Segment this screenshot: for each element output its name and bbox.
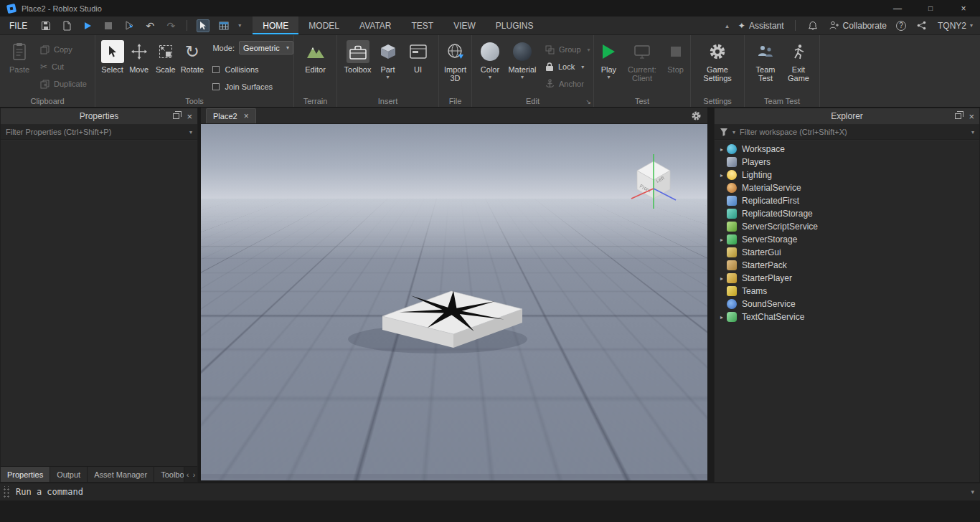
- minimize-button[interactable]: —: [881, 0, 914, 16]
- qat-chevron-icon[interactable]: ▾: [238, 22, 241, 29]
- float-panel-icon[interactable]: [955, 113, 961, 119]
- tree-item-starterplayer[interactable]: ▸ StarterPlayer: [715, 272, 979, 285]
- play-icon[interactable]: [81, 19, 94, 32]
- scale-tool-button[interactable]: Scale: [153, 39, 178, 94]
- 3d-viewport[interactable]: Front Left: [201, 124, 707, 480]
- material-button[interactable]: Material ▾: [506, 39, 539, 94]
- tree-item-lighting[interactable]: ▸ Lighting: [715, 169, 979, 181]
- material-service-icon: [727, 183, 737, 193]
- tree-item-startergui[interactable]: StarterGui: [715, 246, 979, 259]
- user-account-button[interactable]: TQNY2 ▾: [938, 21, 973, 31]
- properties-panel-header[interactable]: Properties ×: [1, 108, 197, 125]
- collapse-ribbon-icon[interactable]: ▴: [725, 22, 729, 29]
- join-surfaces-checkbox[interactable]: Join Surfaces: [212, 80, 293, 94]
- dock-tab-output[interactable]: Output: [50, 467, 88, 482]
- viewport-tab-place2[interactable]: Place2 ×: [206, 108, 256, 123]
- tab-view[interactable]: VIEW: [443, 16, 486, 34]
- explorer-filter-input[interactable]: ▾ Filter workspace (Ctrl+Shift+X) ▾: [715, 125, 979, 140]
- help-icon[interactable]: ?: [896, 21, 906, 31]
- anchor-icon: [545, 79, 555, 89]
- toolbox-button[interactable]: Toolbox: [344, 39, 372, 94]
- tree-item-replicatedfirst[interactable]: ReplicatedFirst: [715, 194, 979, 207]
- tab-scroll-right-icon[interactable]: ›: [191, 467, 197, 482]
- save-icon[interactable]: [39, 19, 52, 32]
- tree-item-starterpack[interactable]: StarterPack: [715, 259, 979, 272]
- paste-button[interactable]: Paste: [5, 39, 34, 94]
- float-panel-icon[interactable]: [173, 113, 179, 119]
- dock-tab-asset-manager[interactable]: Asset Manager: [88, 467, 154, 482]
- explorer-panel-header[interactable]: Explorer ×: [715, 108, 979, 125]
- game-settings-button[interactable]: Game Settings: [698, 39, 737, 94]
- color-button[interactable]: Color ▾: [476, 39, 504, 94]
- duplicate-button[interactable]: Duplicate: [37, 77, 90, 91]
- tab-model[interactable]: MODEL: [298, 16, 349, 34]
- expand-arrow-icon[interactable]: ▸: [717, 172, 727, 179]
- terrain-editor-button[interactable]: Editor: [301, 39, 330, 94]
- ribbon-section-test: Play ▾ Current: Client Stop Test: [594, 35, 691, 107]
- tab-avatar[interactable]: AVATAR: [349, 16, 401, 34]
- drag-grip-icon[interactable]: [2, 486, 9, 498]
- viewport-settings-gear-icon[interactable]: [691, 110, 702, 121]
- run-icon[interactable]: [123, 19, 136, 32]
- dock-tab-properties[interactable]: Properties: [1, 467, 50, 482]
- tree-item-soundservice[interactable]: SoundService: [715, 298, 979, 310]
- team-test-button[interactable]: Team Test: [750, 39, 781, 94]
- tree-item-materialservice[interactable]: MaterialService: [715, 181, 979, 194]
- close-panel-icon[interactable]: ×: [187, 112, 192, 121]
- tab-test[interactable]: TEST: [402, 16, 444, 34]
- grid-view-icon[interactable]: [217, 19, 230, 32]
- move-icon: [128, 40, 151, 63]
- stop-button[interactable]: Stop: [661, 39, 689, 94]
- document-tab-bar: Place2 ×: [201, 108, 707, 124]
- cut-button[interactable]: ✂ Cut: [37, 60, 90, 74]
- exit-game-button[interactable]: Exit Game: [783, 39, 814, 94]
- copy-button[interactable]: Copy: [37, 42, 90, 57]
- command-bar-chevron-icon[interactable]: ▾: [971, 488, 974, 495]
- explorer-panel: Explorer × ▾ Filter workspace (Ctrl+Shif…: [714, 108, 980, 483]
- part-button[interactable]: Part ▾: [374, 39, 402, 94]
- close-panel-icon[interactable]: ×: [969, 112, 974, 121]
- redo-icon[interactable]: ↷: [164, 19, 177, 32]
- tree-item-workspace[interactable]: ▸ Workspace: [715, 143, 979, 156]
- share-icon[interactable]: [915, 19, 928, 32]
- properties-filter-input[interactable]: Filter Properties (Ctrl+Shift+P) ▾: [1, 125, 197, 140]
- tab-close-icon[interactable]: ×: [244, 112, 249, 120]
- group-button[interactable]: Group ▾: [542, 42, 593, 57]
- lock-button[interactable]: Lock ▾: [542, 60, 593, 74]
- rotate-tool-button[interactable]: ↻ Rotate: [179, 39, 204, 94]
- expand-arrow-icon[interactable]: ▸: [717, 146, 727, 153]
- undo-icon[interactable]: ↶: [143, 19, 156, 32]
- ui-button[interactable]: UI: [404, 39, 433, 94]
- expand-arrow-icon[interactable]: ▸: [717, 314, 727, 321]
- tree-item-players[interactable]: Players: [715, 156, 979, 169]
- import-3d-button[interactable]: Import 3D: [440, 39, 471, 94]
- anchor-button[interactable]: Anchor: [542, 77, 593, 91]
- tree-item-replicatedstorage[interactable]: ReplicatedStorage: [715, 207, 979, 220]
- maximize-button[interactable]: □: [914, 0, 947, 16]
- play-button[interactable]: Play ▾: [595, 39, 623, 94]
- close-button[interactable]: ×: [947, 0, 980, 16]
- notifications-bell-icon[interactable]: [806, 19, 819, 32]
- move-tool-button[interactable]: Move: [126, 39, 151, 94]
- current-client-button[interactable]: Current: Client: [624, 39, 660, 94]
- tab-plugins[interactable]: PLUGINS: [486, 16, 544, 34]
- expand-arrow-icon[interactable]: ▸: [717, 237, 727, 243]
- tab-home[interactable]: HOME: [253, 16, 298, 34]
- tree-item-serverstorage[interactable]: ▸ ServerStorage: [715, 233, 979, 246]
- tree-item-serverscriptservice[interactable]: ServerScriptService: [715, 220, 979, 233]
- assistant-button[interactable]: ✦ Assistant: [738, 21, 784, 31]
- tab-scroll-left-icon[interactable]: ‹: [184, 467, 191, 482]
- tree-item-teams[interactable]: Teams: [715, 285, 979, 298]
- expand-arrow-icon[interactable]: ▸: [717, 275, 727, 282]
- collisions-checkbox[interactable]: Collisions: [212, 62, 293, 77]
- stop-icon[interactable]: [102, 19, 115, 32]
- select-tool-button[interactable]: Select: [100, 39, 125, 94]
- publish-icon[interactable]: [60, 19, 73, 32]
- mode-dropdown[interactable]: Geometric ▾: [239, 41, 293, 54]
- select-cursor-icon[interactable]: [197, 19, 209, 32]
- dock-tab-toolbox[interactable]: Toolbox: [154, 467, 184, 482]
- collaborate-button[interactable]: Collaborate: [829, 21, 887, 31]
- file-menu-button[interactable]: FILE: [0, 16, 37, 34]
- tree-item-textchatservice[interactable]: ▸ TextChatService: [715, 310, 979, 323]
- command-input[interactable]: Run a command: [16, 487, 83, 497]
